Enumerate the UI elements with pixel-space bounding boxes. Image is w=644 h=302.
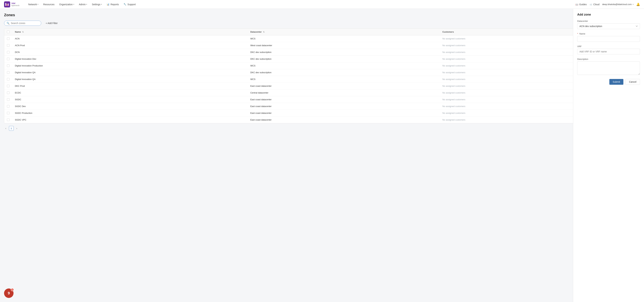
select-all-checkbox[interactable]	[7, 30, 10, 33]
row-checkbox[interactable]	[7, 71, 10, 74]
row-checkbox[interactable]	[7, 92, 10, 94]
row-checkbox-cell	[4, 110, 12, 116]
row-checkbox-cell	[4, 76, 12, 83]
row-datacenter: East coast datacenter	[248, 96, 440, 103]
table-row: DKC Prod East coast datacenter No assign…	[4, 83, 640, 90]
zone-name-input[interactable]	[577, 36, 640, 42]
table-row: Digital Innovation QA DKC dev subscripti…	[4, 69, 640, 76]
name-field-group: * Name	[577, 32, 640, 42]
prev-page-button[interactable]: ‹	[4, 126, 8, 130]
vrf-input[interactable]	[577, 49, 640, 54]
column-header-name: Name ⇅	[12, 28, 248, 35]
badge-notification: 5	[11, 288, 14, 291]
row-datacenter: DKC dev subscription	[248, 56, 440, 62]
row-name: SGDC Production	[12, 110, 248, 116]
sort-icon: ⇅	[263, 31, 264, 33]
row-checkbox-cell	[4, 42, 12, 49]
logo-tidal: tidal	[12, 2, 20, 4]
nav-right: 📖 Guides ☁️ Cloud deep.bhalotia@tidalclo…	[575, 2, 640, 6]
description-field-group: Description	[577, 58, 640, 75]
floating-badge[interactable]: 9 5	[4, 288, 14, 298]
cancel-button[interactable]: Cancel	[626, 79, 640, 85]
nav-item-settings[interactable]: Settings ▾	[90, 2, 104, 7]
submit-button[interactable]: Submit	[609, 79, 624, 85]
row-datacenter: East coast datacenter	[248, 83, 440, 90]
row-checkbox-cell	[4, 96, 12, 103]
form-actions: Submit Cancel	[577, 79, 640, 85]
chevron-down-icon: ▾	[86, 4, 87, 5]
row-checkbox-cell	[4, 35, 12, 42]
row-datacenter: WCS	[248, 76, 440, 83]
row-name: DCN	[12, 49, 248, 56]
row-checkbox[interactable]	[7, 58, 10, 60]
row-checkbox[interactable]	[7, 64, 10, 67]
row-datacenter: East coast datacenter	[248, 103, 440, 110]
nav-item-resources[interactable]: Resources	[41, 2, 56, 7]
row-name: Digital Innovation Production	[12, 62, 248, 69]
row-datacenter: Central datacenter	[248, 90, 440, 96]
app-logo[interactable]: tidal lightmesh	[4, 1, 20, 8]
bell-icon[interactable]: 🔔	[636, 2, 640, 6]
nav-user[interactable]: deep.bhalotia@tidalcloud.com ▾	[602, 3, 634, 6]
row-checkbox[interactable]	[7, 37, 10, 40]
chevron-down-icon: ▾	[633, 4, 634, 5]
row-datacenter: West coast datacenter	[248, 42, 440, 49]
table-row: Digital Innovation Production WCS No ass…	[4, 62, 640, 69]
next-page-button[interactable]: ›	[15, 126, 18, 130]
row-name: DKC Prod	[12, 83, 248, 90]
nav-guides[interactable]: 📖 Guides	[575, 3, 587, 6]
search-box[interactable]: 🔍	[4, 21, 41, 26]
search-input[interactable]	[11, 22, 40, 24]
description-label: Description	[577, 58, 640, 60]
datacenter-field-group: Datacenter ACN dev subscriptionWCSDKC de…	[577, 20, 640, 29]
row-checkbox[interactable]	[7, 85, 10, 87]
left-panel: Zones 🔍 + Add Filter Name ⇅	[0, 9, 644, 302]
row-name: Digital Innovation Dev	[12, 56, 248, 62]
row-name: SGDC	[12, 96, 248, 103]
chart-icon: 📊	[107, 3, 109, 6]
nav-item-network[interactable]: Network ▾	[26, 2, 40, 7]
row-checkbox[interactable]	[7, 118, 10, 121]
row-checkbox[interactable]	[7, 112, 10, 114]
table-body: ACN WCS No assigned customers ACN Prod W…	[4, 35, 640, 123]
row-checkbox[interactable]	[7, 105, 10, 108]
row-name: SGDC Dev	[12, 103, 248, 110]
row-checkbox[interactable]	[7, 98, 10, 101]
navbar: tidal lightmesh Network ▾ Resources Orga…	[0, 0, 644, 9]
add-filter-button[interactable]: + Add Filter	[43, 21, 60, 26]
row-datacenter: WCS	[248, 62, 440, 69]
chevron-down-icon: ▾	[73, 4, 74, 5]
row-datacenter: East coast datacenter	[248, 116, 440, 123]
page-number-1[interactable]: 1	[9, 126, 14, 131]
toolbar: 🔍 + Add Filter	[4, 21, 640, 26]
svg-rect-2	[6, 4, 8, 6]
page-title: Zones	[4, 13, 640, 17]
logo-lightmesh: lightmesh	[12, 4, 20, 6]
row-checkbox[interactable]	[7, 51, 10, 54]
main-layout: Zones 🔍 + Add Filter Name ⇅	[0, 9, 644, 302]
row-checkbox[interactable]	[7, 44, 10, 47]
row-checkbox-cell	[4, 62, 12, 69]
row-name: ACN	[12, 35, 248, 42]
row-checkbox[interactable]	[7, 78, 10, 80]
datacenter-select[interactable]: ACN dev subscriptionWCSDKC dev subscript…	[577, 23, 640, 29]
search-icon: 🔍	[6, 22, 10, 24]
row-name: SGDC VPC	[12, 116, 248, 123]
datacenter-label: Datacenter	[577, 20, 640, 22]
row-checkbox-cell	[4, 49, 12, 56]
row-checkbox-cell	[4, 83, 12, 90]
table-row: ACN Prod West coast datacenter No assign…	[4, 42, 640, 49]
row-checkbox-cell	[4, 116, 12, 123]
chevron-down-icon: ▾	[38, 4, 38, 5]
nav-item-reports[interactable]: 📊 Reports	[105, 2, 121, 7]
nav-item-support[interactable]: 🔧 Support	[122, 2, 138, 7]
table-row: Digital Innovation QA WCS No assigned cu…	[4, 76, 640, 83]
nav-item-admin[interactable]: Admin ▾	[77, 2, 89, 7]
table-header-row: Name ⇅ Datacenter ⇅ Customers	[4, 28, 640, 35]
sort-icon: ⇅	[22, 31, 24, 33]
description-textarea[interactable]	[577, 62, 640, 75]
nav-cloud[interactable]: ☁️ Cloud	[590, 3, 600, 6]
row-checkbox-cell	[4, 103, 12, 110]
row-name: ECDC	[12, 90, 248, 96]
nav-item-organization[interactable]: Organization ▾	[57, 2, 76, 7]
